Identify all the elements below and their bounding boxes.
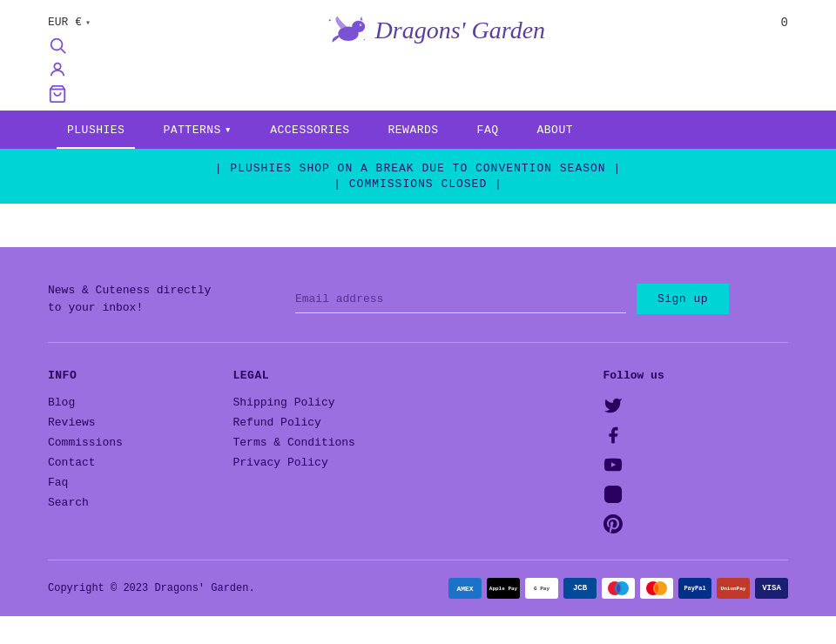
svg-point-7 [361, 24, 361, 25]
newsletter-tagline: News & Cuteness directly to your inbox! [48, 282, 222, 316]
twitter-icon[interactable] [603, 396, 623, 415]
logo-area: ✦ ✦ Dragons' Garden [91, 9, 781, 52]
facebook-icon[interactable] [603, 426, 623, 445]
svg-text:✦: ✦ [327, 17, 331, 23]
currency-selector[interactable]: EUR € ▾ [48, 16, 91, 29]
footer-link-contact[interactable]: Contact [48, 456, 233, 469]
header: EUR € ▾ [0, 0, 836, 104]
footer-link-reviews[interactable]: Reviews [48, 416, 233, 429]
footer-link-terms-conditions[interactable]: Terms & Conditions [233, 436, 419, 449]
instagram-icon[interactable] [603, 485, 623, 504]
nav-item-patterns[interactable]: PATTERNS ▾ [144, 111, 251, 149]
account-icon[interactable] [48, 60, 67, 79]
nav-item-about[interactable]: ABOUT [518, 111, 593, 149]
main-content [0, 204, 836, 247]
footer-social-title: Follow us [603, 369, 789, 382]
footer-social-column: Follow us [603, 369, 789, 533]
cart-count: 0 [781, 16, 788, 30]
cart-icon[interactable] [48, 84, 67, 104]
payment-icons: AMEX Apple Pay G Pay JCB PayPal UnionPay [448, 578, 788, 599]
header-left: EUR € ▾ [48, 9, 91, 104]
payment-mastercard [640, 578, 673, 599]
nav-bar: PLUSHIES PATTERNS ▾ ACCESSORIES REWARDS … [0, 111, 836, 149]
youtube-icon[interactable] [603, 455, 623, 474]
svg-text:✦: ✦ [362, 37, 365, 43]
cart-area: 0 [781, 9, 788, 30]
footer-legal-title: LEGAL [233, 369, 419, 382]
footer-link-refund-policy[interactable]: Refund Policy [233, 416, 419, 429]
nav-item-accessories[interactable]: ACCESSORIES [251, 111, 368, 149]
footer-info-title: INFO [48, 369, 233, 382]
footer-link-privacy-policy[interactable]: Privacy Policy [233, 456, 419, 469]
logo-container[interactable]: ✦ ✦ Dragons' Garden [327, 9, 546, 52]
payment-googlepay: G Pay [525, 578, 558, 599]
footer-social-links [603, 396, 789, 533]
svg-line-1 [61, 49, 65, 53]
footer-link-faq[interactable]: Faq [48, 476, 233, 489]
svg-point-5 [352, 21, 365, 32]
footer-newsletter: News & Cuteness directly to your inbox! … [48, 282, 788, 343]
footer-link-blog[interactable]: Blog [48, 396, 233, 409]
search-icon[interactable] [48, 36, 67, 55]
payment-applepay: Apple Pay [487, 578, 520, 599]
newsletter-form: Sign up [236, 284, 788, 314]
svg-point-2 [54, 64, 60, 70]
logo-text: Dragons' Garden [375, 17, 546, 44]
currency-label: EUR € [48, 16, 82, 29]
payment-jcb: JCB [563, 578, 597, 599]
svg-marker-8 [360, 17, 362, 21]
footer-bottom: Copyright © 2023 Dragons' Garden. AMEX A… [48, 560, 788, 599]
footer-link-commissions[interactable]: Commissions [48, 436, 233, 449]
payment-amex: AMEX [448, 578, 482, 599]
payment-paypal: PayPal [678, 578, 711, 599]
svg-point-14 [617, 489, 618, 491]
newsletter-email-input[interactable] [295, 285, 626, 313]
announcement-line-2: | COMMISSIONS CLOSED | [0, 178, 836, 191]
footer-info-column: INFO Blog Reviews Commissions Contact Fa… [48, 369, 233, 533]
announcement-bar: | PLUSHIES SHOP ON A BREAK DUE TO CONVEN… [0, 149, 836, 204]
payment-maestro [602, 578, 635, 599]
payment-unionpay: UnionPay [717, 578, 750, 599]
patterns-chevron-icon: ▾ [225, 123, 232, 137]
svg-point-0 [51, 39, 63, 50]
footer-columns: INFO Blog Reviews Commissions Contact Fa… [48, 369, 788, 533]
footer-link-search[interactable]: Search [48, 496, 233, 509]
nav-item-rewards[interactable]: REWARDS [369, 111, 458, 149]
pinterest-icon[interactable] [603, 514, 623, 533]
announcement-line-1: | PLUSHIES SHOP ON A BREAK DUE TO CONVEN… [0, 162, 836, 175]
footer-legal-column: LEGAL Shipping Policy Refund Policy Term… [233, 369, 419, 533]
logo-dragon-icon: ✦ ✦ [327, 9, 370, 52]
footer-link-shipping-policy[interactable]: Shipping Policy [233, 396, 419, 409]
payment-visa: VISA [755, 578, 788, 599]
footer: News & Cuteness directly to your inbox! … [0, 247, 836, 616]
header-icons [48, 36, 91, 104]
footer-spacer [418, 369, 603, 533]
copyright-text: Copyright © 2023 Dragons' Garden. [48, 582, 255, 594]
newsletter-signup-button[interactable]: Sign up [637, 284, 729, 314]
svg-point-13 [610, 491, 616, 497]
nav-item-faq[interactable]: FAQ [458, 111, 518, 149]
nav-item-plushies[interactable]: PLUSHIES [48, 111, 144, 149]
